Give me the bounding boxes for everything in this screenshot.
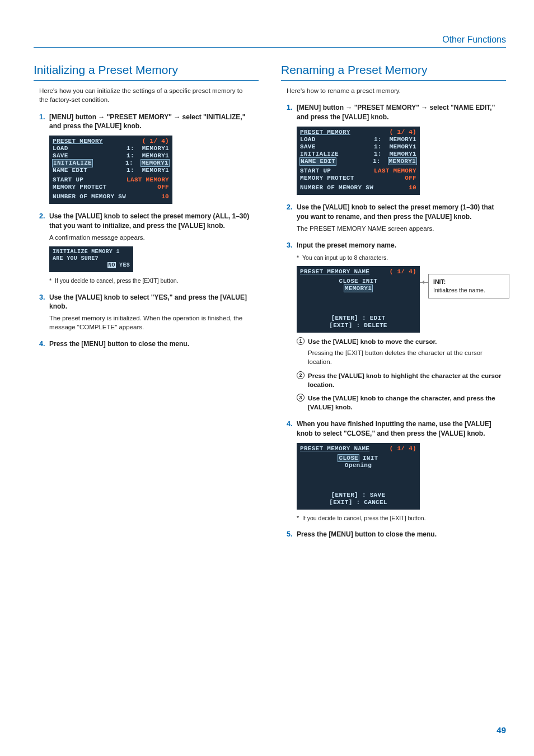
lcd-val: 1: MEMORY1 bbox=[374, 143, 416, 151]
t: If you decide to cancel, press the [EXIT… bbox=[302, 515, 426, 521]
callout-body: Initializes the name. bbox=[433, 286, 504, 295]
lcd-row-selected: NAME EDIT bbox=[300, 158, 336, 165]
lcd-row: START UP bbox=[53, 176, 83, 184]
lcd-row: SAVE bbox=[53, 152, 68, 160]
arrow-icon: → bbox=[98, 113, 105, 121]
circled-2-icon: 2 bbox=[297, 371, 305, 379]
step-num: 3. bbox=[287, 241, 292, 251]
step2-left: Use the [VALUE] knob to select the prese… bbox=[49, 212, 249, 230]
substep-2: 2Press the [VALUE] knob to highlight the… bbox=[297, 371, 506, 389]
t: You can input up to 8 characters. bbox=[302, 254, 388, 261]
step-num: 1. bbox=[39, 113, 45, 123]
step-num: 4. bbox=[39, 339, 45, 349]
lcd-val: LAST MEMORY bbox=[374, 167, 416, 175]
lcd-row: SAVE bbox=[300, 143, 316, 151]
lcd-memname: Opening bbox=[345, 462, 372, 469]
note-8chars: *You can input up to 8 characters. bbox=[297, 254, 506, 262]
lcd-row: INITIALIZE bbox=[300, 151, 339, 158]
lcd-exit: [EXIT] : DELETE bbox=[300, 322, 416, 329]
arrow-icon: → bbox=[421, 104, 428, 111]
lcd-line: ARE YOU SURE? bbox=[53, 255, 99, 262]
step-num: 1. bbox=[287, 103, 292, 113]
lcd-val: LAST MEMORY bbox=[127, 176, 169, 184]
lcd-page: ( 1/ 4) bbox=[390, 129, 416, 136]
step2-body-left: A confirmation message appears. bbox=[49, 233, 259, 242]
lcd-row: START UP bbox=[300, 167, 331, 175]
step4-left: Press the [MENU] button to close the men… bbox=[49, 340, 189, 348]
lcd-preset-memory-initialize: PRESET MEMORY( 1/ 4) LOAD1: MEMORY1 SAVE… bbox=[49, 136, 172, 204]
lcd-row: NUMBER OF MEMORY SW bbox=[300, 184, 373, 192]
col-right: Renaming a Preset Memory Here's how to r… bbox=[281, 62, 506, 547]
lcd-val: OFF bbox=[405, 175, 416, 182]
note-cancel-right: *If you decide to cancel, press the [EXI… bbox=[297, 514, 506, 522]
lcd-row: MEMORY PROTECT bbox=[53, 184, 107, 191]
lcd-init: INIT bbox=[363, 455, 378, 461]
lcd-preset-memory-nameedit: PRESET MEMORY( 1/ 4) LOAD1: MEMORY1 SAVE… bbox=[297, 127, 420, 195]
t: Pressing the [EXIT] button deletes the c… bbox=[308, 348, 506, 366]
callout-title: INIT: bbox=[433, 278, 504, 286]
step1-left: [MENU] button → "PRESET MEMORY" → select… bbox=[49, 113, 245, 130]
t: [MENU] button bbox=[297, 104, 345, 111]
note-cancel-left: *If you decide to cancel, press the [EXI… bbox=[49, 277, 259, 285]
lcd-confirm: INITIALIZE MEMORY 1 ARE YOU SURE? NO YES bbox=[49, 246, 133, 272]
substep-3: 3Use the [VALUE] knob to change the char… bbox=[297, 394, 506, 412]
t: [MENU] button bbox=[49, 113, 98, 121]
lcd-row: NUMBER OF MEMORY SW bbox=[53, 193, 126, 200]
t: Use the [VALUE] knob to move the cursor. bbox=[308, 338, 437, 345]
substep-1: 1Use the [VALUE] knob to move the cursor… bbox=[297, 337, 506, 366]
lcd-title: PRESET MEMORY NAME bbox=[300, 268, 369, 276]
step-num: 2. bbox=[39, 212, 45, 222]
lcd-val: 1: MEMORY1 bbox=[127, 152, 169, 160]
step4-right: When you have finished inputting the nam… bbox=[297, 420, 491, 437]
lcd-exit: [EXIT] : CANCEL bbox=[300, 499, 416, 506]
step5-right: Press the [MENU] button to close the men… bbox=[297, 530, 437, 538]
lcd-val: 1: MEMORY1 bbox=[127, 145, 169, 152]
lcd-page: ( 1/ 4) bbox=[390, 445, 416, 452]
lcd-val: 1: MEMORY1 bbox=[374, 136, 416, 143]
lcd-val: 1: bbox=[373, 158, 388, 165]
step-num: 3. bbox=[39, 293, 45, 303]
lcd-val-hl: MEMORY1 bbox=[141, 160, 169, 166]
lcd-title: PRESET MEMORY NAME bbox=[300, 445, 369, 452]
lcd-val: OFF bbox=[157, 184, 169, 191]
arrow-icon: → bbox=[345, 104, 352, 111]
lcd-page: ( 1/ 4) bbox=[390, 268, 416, 276]
lcd-line: INITIALIZE MEMORY 1 bbox=[53, 249, 130, 255]
t: If you decide to cancel, press the [EXIT… bbox=[55, 277, 179, 284]
lcd-val: 1: bbox=[125, 160, 141, 166]
circled-1-icon: 1 bbox=[297, 337, 305, 345]
arrow-icon: → bbox=[174, 113, 180, 121]
col-left: Initializing a Preset Memory Here's how … bbox=[34, 62, 259, 547]
step2-right: Use the [VALUE] knob to select the prese… bbox=[297, 203, 494, 221]
t: "PRESET MEMORY" bbox=[105, 113, 174, 121]
lcd-val: 10 bbox=[409, 184, 416, 192]
intro-left: Here's how you can initialize the settin… bbox=[39, 86, 253, 104]
step-num: 5. bbox=[287, 530, 292, 540]
lcd-row: LOAD bbox=[300, 136, 316, 143]
step3-left: Use the [VALUE] knob to select "YES," an… bbox=[49, 293, 247, 311]
lcd-title: PRESET MEMORY bbox=[53, 138, 103, 145]
lcd-enter: [ENTER] : SAVE bbox=[300, 492, 416, 499]
lcd-init: INIT bbox=[362, 278, 378, 284]
lcd-row: LOAD bbox=[53, 145, 68, 152]
circled-3-icon: 3 bbox=[297, 394, 305, 402]
callout-init: INIT: Initializes the name. bbox=[428, 274, 509, 298]
t: Use the [VALUE] knob to change the chara… bbox=[308, 395, 495, 410]
step2-body-right: The PRESET MEMORY NAME screen appears. bbox=[297, 224, 506, 233]
intro-right: Here's how to rename a preset memory. bbox=[287, 86, 500, 95]
heading-initialize: Initializing a Preset Memory bbox=[34, 62, 259, 81]
lcd-close-hl: CLOSE bbox=[338, 455, 359, 461]
lcd-val: 1: MEMORY1 bbox=[127, 167, 169, 174]
lcd-close: CLOSE bbox=[339, 278, 358, 284]
lcd-val: 1: MEMORY1 bbox=[374, 151, 416, 158]
t: Press the [VALUE] knob to highlight the … bbox=[308, 372, 501, 388]
heading-rename: Renaming a Preset Memory bbox=[281, 62, 506, 81]
lcd-page: ( 1/ 4) bbox=[142, 138, 169, 145]
step-num: 4. bbox=[287, 419, 292, 430]
page-number: 49 bbox=[496, 724, 506, 736]
step3-body-left: The preset memory is initialized. When t… bbox=[49, 314, 259, 332]
lcd-title: PRESET MEMORY bbox=[300, 129, 350, 136]
step1-right: [MENU] button → "PRESET MEMORY" → select… bbox=[297, 104, 495, 121]
lcd-memname: MEMORY1 bbox=[344, 285, 372, 292]
t: "PRESET MEMORY" bbox=[352, 104, 421, 111]
